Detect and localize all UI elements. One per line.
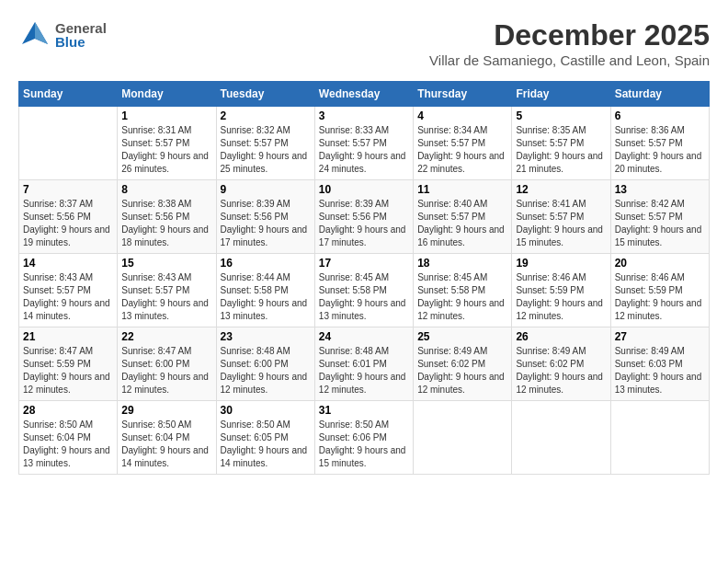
- table-row: 23Sunrise: 8:48 AMSunset: 6:00 PMDayligh…: [216, 327, 314, 401]
- calendar-week-row: 1Sunrise: 8:31 AMSunset: 5:57 PMDaylight…: [19, 107, 710, 180]
- table-row: 18Sunrise: 8:45 AMSunset: 5:58 PMDayligh…: [414, 254, 512, 327]
- day-number: 25: [417, 330, 507, 343]
- day-info: Sunrise: 8:45 AMSunset: 5:58 PMDaylight:…: [417, 271, 507, 323]
- table-row: 6Sunrise: 8:36 AMSunset: 5:57 PMDaylight…: [610, 107, 709, 180]
- table-row: 1Sunrise: 8:31 AMSunset: 5:57 PMDaylight…: [118, 107, 216, 180]
- day-number: 22: [121, 330, 211, 343]
- day-number: 8: [121, 183, 211, 196]
- day-info: Sunrise: 8:36 AMSunset: 5:57 PMDaylight:…: [615, 124, 705, 176]
- table-row: 15Sunrise: 8:43 AMSunset: 5:57 PMDayligh…: [118, 254, 216, 327]
- day-info: Sunrise: 8:39 AMSunset: 5:56 PMDaylight:…: [319, 198, 409, 249]
- day-number: 14: [23, 257, 113, 270]
- table-row: 8Sunrise: 8:38 AMSunset: 5:56 PMDaylight…: [118, 180, 216, 254]
- day-info: Sunrise: 8:48 AMSunset: 6:00 PMDaylight:…: [221, 345, 311, 396]
- day-info: Sunrise: 8:43 AMSunset: 5:57 PMDaylight:…: [121, 271, 211, 323]
- calendar-week-row: 21Sunrise: 8:47 AMSunset: 5:59 PMDayligh…: [19, 327, 710, 401]
- day-info: Sunrise: 8:49 AMSunset: 6:02 PMDaylight:…: [417, 345, 507, 396]
- table-row: 9Sunrise: 8:39 AMSunset: 5:56 PMDaylight…: [216, 180, 314, 254]
- logo-texts: General Blue: [55, 21, 107, 49]
- svg-marker-1: [35, 22, 48, 44]
- table-row: [610, 401, 709, 475]
- table-row: 4Sunrise: 8:34 AMSunset: 5:57 PMDaylight…: [414, 107, 512, 180]
- calendar-week-row: 7Sunrise: 8:37 AMSunset: 5:56 PMDaylight…: [19, 180, 710, 254]
- day-info: Sunrise: 8:48 AMSunset: 6:01 PMDaylight:…: [319, 345, 409, 396]
- day-info: Sunrise: 8:50 AMSunset: 6:04 PMDaylight:…: [23, 419, 113, 470]
- day-info: Sunrise: 8:39 AMSunset: 5:56 PMDaylight:…: [221, 198, 311, 249]
- table-row: 11Sunrise: 8:40 AMSunset: 5:57 PMDayligh…: [414, 180, 512, 254]
- day-number: 31: [319, 404, 409, 417]
- table-row: 17Sunrise: 8:45 AMSunset: 5:58 PMDayligh…: [314, 254, 413, 327]
- table-row: 10Sunrise: 8:39 AMSunset: 5:56 PMDayligh…: [314, 180, 413, 254]
- header-wednesday: Wednesday: [314, 82, 413, 107]
- table-row: 27Sunrise: 8:49 AMSunset: 6:03 PMDayligh…: [610, 327, 709, 401]
- day-info: Sunrise: 8:44 AMSunset: 5:58 PMDaylight:…: [221, 271, 311, 323]
- calendar-week-row: 28Sunrise: 8:50 AMSunset: 6:04 PMDayligh…: [19, 401, 710, 475]
- table-row: 30Sunrise: 8:50 AMSunset: 6:05 PMDayligh…: [216, 401, 314, 475]
- month-title: December 2025: [429, 18, 710, 52]
- table-row: [19, 107, 118, 180]
- day-number: 16: [221, 257, 311, 270]
- table-row: 7Sunrise: 8:37 AMSunset: 5:56 PMDaylight…: [19, 180, 118, 254]
- day-number: 20: [615, 257, 705, 270]
- table-row: 16Sunrise: 8:44 AMSunset: 5:58 PMDayligh…: [216, 254, 314, 327]
- day-number: 2: [221, 109, 311, 122]
- table-row: 3Sunrise: 8:33 AMSunset: 5:57 PMDaylight…: [314, 107, 413, 180]
- table-row: 21Sunrise: 8:47 AMSunset: 5:59 PMDayligh…: [19, 327, 118, 401]
- table-row: 2Sunrise: 8:32 AMSunset: 5:57 PMDaylight…: [216, 107, 314, 180]
- header: General Blue December 2025 Villar de Sam…: [18, 18, 710, 77]
- day-info: Sunrise: 8:47 AMSunset: 5:59 PMDaylight:…: [23, 345, 113, 396]
- day-info: Sunrise: 8:32 AMSunset: 5:57 PMDaylight:…: [221, 124, 311, 176]
- day-number: 3: [319, 109, 409, 122]
- day-number: 11: [417, 183, 507, 196]
- table-row: 13Sunrise: 8:42 AMSunset: 5:57 PMDayligh…: [610, 180, 709, 254]
- day-number: 23: [221, 330, 311, 343]
- day-info: Sunrise: 8:31 AMSunset: 5:57 PMDaylight:…: [121, 124, 211, 176]
- day-info: Sunrise: 8:43 AMSunset: 5:57 PMDaylight:…: [23, 271, 113, 323]
- table-row: [512, 401, 610, 475]
- table-row: 19Sunrise: 8:46 AMSunset: 5:59 PMDayligh…: [512, 254, 610, 327]
- day-number: 17: [319, 257, 409, 270]
- header-tuesday: Tuesday: [216, 82, 314, 107]
- table-row: 5Sunrise: 8:35 AMSunset: 5:57 PMDaylight…: [512, 107, 610, 180]
- day-info: Sunrise: 8:38 AMSunset: 5:56 PMDaylight:…: [121, 198, 211, 249]
- day-info: Sunrise: 8:33 AMSunset: 5:57 PMDaylight:…: [319, 124, 409, 176]
- day-info: Sunrise: 8:46 AMSunset: 5:59 PMDaylight:…: [516, 271, 606, 323]
- day-info: Sunrise: 8:46 AMSunset: 5:59 PMDaylight:…: [615, 271, 705, 323]
- day-number: 6: [615, 109, 705, 122]
- day-number: 1: [121, 109, 211, 122]
- day-info: Sunrise: 8:40 AMSunset: 5:57 PMDaylight:…: [417, 198, 507, 249]
- location-subtitle: Villar de Samaniego, Castille and Leon, …: [429, 52, 710, 68]
- day-info: Sunrise: 8:50 AMSunset: 6:04 PMDaylight:…: [121, 419, 211, 470]
- day-info: Sunrise: 8:37 AMSunset: 5:56 PMDaylight:…: [23, 198, 113, 249]
- table-row: 24Sunrise: 8:48 AMSunset: 6:01 PMDayligh…: [314, 327, 413, 401]
- table-row: 14Sunrise: 8:43 AMSunset: 5:57 PMDayligh…: [19, 254, 118, 327]
- day-info: Sunrise: 8:42 AMSunset: 5:57 PMDaylight:…: [615, 198, 705, 249]
- day-info: Sunrise: 8:34 AMSunset: 5:57 PMDaylight:…: [417, 124, 507, 176]
- table-row: 22Sunrise: 8:47 AMSunset: 6:00 PMDayligh…: [118, 327, 216, 401]
- day-number: 21: [23, 330, 113, 343]
- header-monday: Monday: [118, 82, 216, 107]
- logo: General Blue: [18, 18, 107, 52]
- day-number: 26: [516, 330, 606, 343]
- day-number: 9: [221, 183, 311, 196]
- calendar-table: Sunday Monday Tuesday Wednesday Thursday…: [18, 81, 710, 475]
- day-info: Sunrise: 8:35 AMSunset: 5:57 PMDaylight:…: [516, 124, 606, 176]
- table-row: 29Sunrise: 8:50 AMSunset: 6:04 PMDayligh…: [118, 401, 216, 475]
- weekday-header-row: Sunday Monday Tuesday Wednesday Thursday…: [19, 82, 710, 107]
- day-number: 27: [615, 330, 705, 343]
- day-number: 4: [417, 109, 507, 122]
- day-number: 19: [516, 257, 606, 270]
- day-number: 15: [121, 257, 211, 270]
- logo-general: General: [55, 21, 107, 35]
- table-row: 12Sunrise: 8:41 AMSunset: 5:57 PMDayligh…: [512, 180, 610, 254]
- day-number: 7: [23, 183, 113, 196]
- table-row: 20Sunrise: 8:46 AMSunset: 5:59 PMDayligh…: [610, 254, 709, 327]
- day-number: 29: [121, 404, 211, 417]
- header-sunday: Sunday: [19, 82, 118, 107]
- table-row: [414, 401, 512, 475]
- day-number: 30: [221, 404, 311, 417]
- header-saturday: Saturday: [610, 82, 709, 107]
- day-info: Sunrise: 8:50 AMSunset: 6:06 PMDaylight:…: [319, 419, 409, 470]
- header-friday: Friday: [512, 82, 610, 107]
- day-info: Sunrise: 8:49 AMSunset: 6:02 PMDaylight:…: [516, 345, 606, 396]
